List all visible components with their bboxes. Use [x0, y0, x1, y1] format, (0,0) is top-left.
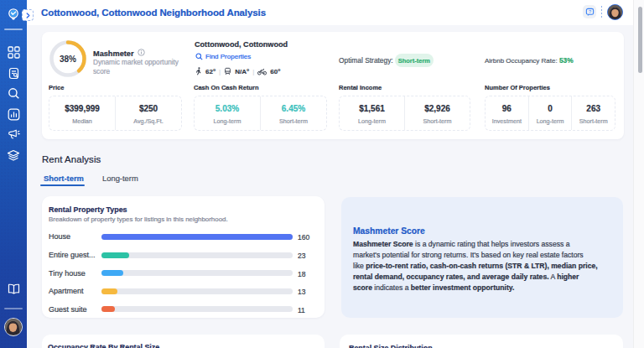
svg-text:38%: 38%	[60, 55, 76, 64]
svg-text:?: ?	[588, 8, 590, 13]
